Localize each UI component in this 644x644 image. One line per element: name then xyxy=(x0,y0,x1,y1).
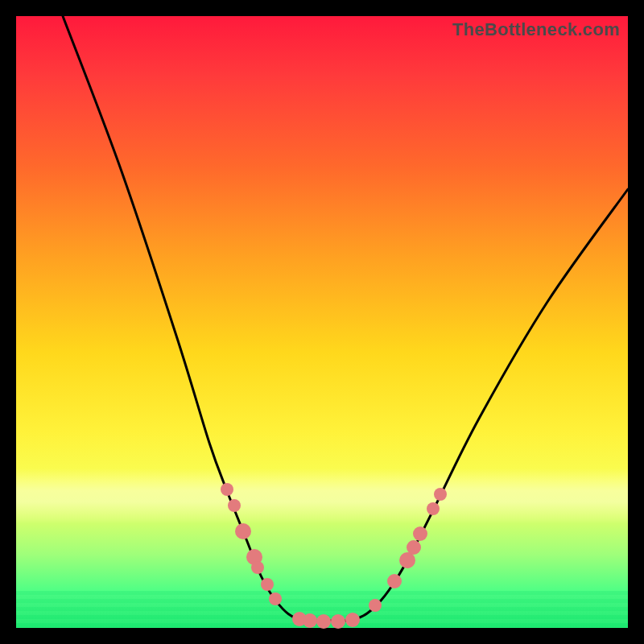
marker-dot xyxy=(345,613,360,627)
marker-dot xyxy=(228,499,241,512)
marker-dot xyxy=(407,540,421,555)
marker-dot xyxy=(427,502,440,515)
marker-dot xyxy=(261,578,274,591)
marker-dot xyxy=(387,574,402,588)
right-curve xyxy=(353,189,628,621)
marker-dot xyxy=(434,488,447,501)
marker-dot xyxy=(316,614,331,629)
marker-dot xyxy=(413,526,427,541)
marker-dots xyxy=(221,483,447,629)
plot-area: TheBottleneck.com xyxy=(16,16,628,628)
watermark-text: TheBottleneck.com xyxy=(452,19,620,40)
marker-dot xyxy=(399,552,415,568)
marker-dot xyxy=(251,561,264,574)
marker-dot xyxy=(331,614,345,629)
marker-dot xyxy=(303,613,317,628)
marker-dot xyxy=(235,523,251,539)
chart-frame: TheBottleneck.com xyxy=(0,0,644,644)
marker-dot xyxy=(369,599,382,612)
marker-dot xyxy=(221,483,233,496)
marker-dot xyxy=(269,592,282,605)
curve-svg xyxy=(16,16,628,628)
left-curve xyxy=(63,16,299,621)
